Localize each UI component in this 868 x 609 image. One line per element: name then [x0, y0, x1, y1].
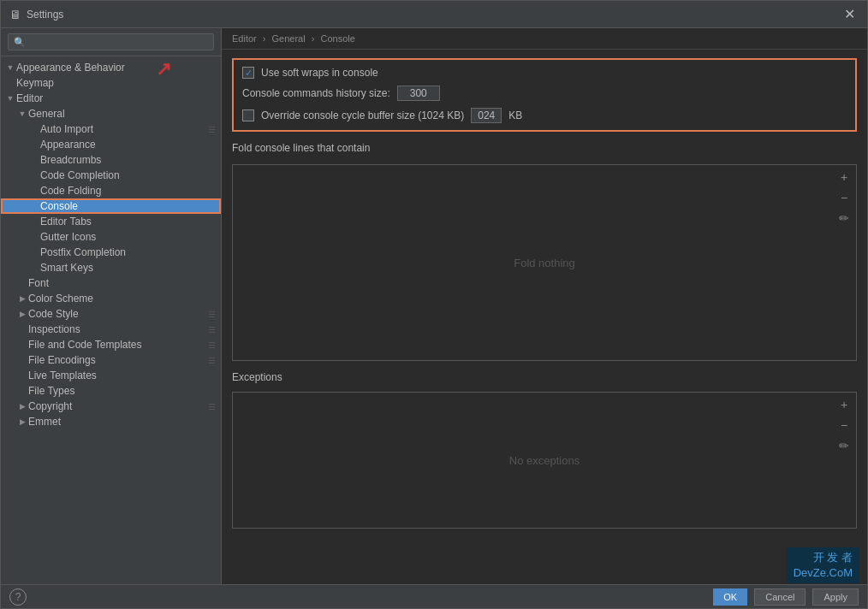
- sidebar-item-inspections[interactable]: Inspections ☰: [1, 322, 221, 337]
- exceptions-area: No exceptions + − ✏: [232, 392, 857, 529]
- sidebar-item-label: General: [28, 108, 65, 120]
- sidebar-item-label: Live Templates: [28, 370, 97, 381]
- apply-button[interactable]: Apply: [812, 588, 859, 606]
- settings-panel: Use soft wraps in console Console comman…: [222, 50, 867, 584]
- sidebar-item-general[interactable]: ▼ General: [1, 106, 221, 121]
- sidebar-item-font[interactable]: Font: [1, 275, 221, 291]
- search-input[interactable]: [8, 33, 214, 50]
- sidebar-item-label: Color Scheme: [28, 293, 93, 304]
- sidebar-item-label: Breadcrumbs: [40, 154, 101, 166]
- config-icon: ☰: [205, 354, 217, 366]
- ok-button[interactable]: OK: [713, 588, 747, 606]
- sidebar-item-label: Code Folding: [40, 185, 101, 197]
- sidebar-item-label: Console: [40, 200, 78, 212]
- cancel-button[interactable]: Cancel: [754, 588, 806, 606]
- window-icon: 🖥: [9, 8, 21, 21]
- bottom-right: OK Cancel Apply: [713, 588, 859, 606]
- fold-area: Fold nothing + − ✏: [232, 164, 857, 361]
- sidebar-item-code-completion[interactable]: Code Completion: [1, 168, 221, 183]
- breadcrumb-sep2: ›: [312, 33, 318, 44]
- sidebar-item-label: Code Completion: [40, 169, 120, 181]
- exceptions-label: Exceptions: [232, 371, 857, 383]
- sidebar-item-label: Keymap: [16, 77, 54, 89]
- expand-arrow: ▶: [16, 293, 28, 304]
- sidebar-item-code-folding[interactable]: Code Folding: [1, 183, 221, 198]
- sidebar-item-file-code-templates[interactable]: File and Code Templates ☰: [1, 337, 221, 352]
- exceptions-empty-text: No exceptions: [509, 454, 580, 467]
- breadcrumb-sep1: ›: [263, 33, 269, 44]
- sidebar-item-label: Copyright: [28, 400, 72, 412]
- sidebar-item-appearance-behavior[interactable]: ▼ Appearance & Behavior: [1, 60, 221, 75]
- sidebar-tree: ▼ Appearance & Behavior Keymap ▼ Editor …: [1, 56, 221, 584]
- content-area: Editor › General › Console Use soft wrap…: [222, 28, 867, 584]
- sidebar-item-file-types[interactable]: File Types: [1, 383, 221, 399]
- sidebar-item-auto-import[interactable]: Auto Import ☰: [1, 121, 221, 137]
- highlight-section: Use soft wraps in console Console comman…: [232, 58, 857, 132]
- sidebar-item-label: Gutter Icons: [40, 231, 96, 243]
- watermark-line1: 开 发 者: [794, 550, 853, 565]
- history-size-row: Console commands history size:: [242, 86, 847, 101]
- sidebar-item-label: File and Code Templates: [28, 339, 142, 351]
- sidebar-item-label: File Types: [28, 385, 74, 397]
- sidebar-item-postfix-completion[interactable]: Postfix Completion: [1, 245, 221, 260]
- sidebar-item-label: Smart Keys: [40, 262, 93, 274]
- exceptions-add-button[interactable]: +: [835, 396, 853, 413]
- sidebar-item-live-templates[interactable]: Live Templates: [1, 368, 221, 383]
- fold-section-label: Fold console lines that contain: [232, 142, 370, 154]
- sidebar-item-label: Editor Tabs: [40, 216, 92, 228]
- fold-add-button[interactable]: +: [835, 169, 853, 186]
- override-value-input[interactable]: [471, 108, 502, 123]
- soft-wraps-label: Use soft wraps in console: [261, 67, 378, 79]
- sidebar-item-smart-keys[interactable]: Smart Keys: [1, 260, 221, 275]
- sidebar-item-label: Font: [28, 277, 49, 289]
- close-button[interactable]: ✕: [841, 6, 859, 23]
- sidebar-item-editor[interactable]: ▼ Editor: [1, 91, 221, 106]
- history-size-input[interactable]: [397, 86, 440, 101]
- exceptions-actions: + − ✏: [835, 396, 853, 454]
- exceptions-edit-button[interactable]: ✏: [835, 437, 853, 454]
- sidebar-item-console[interactable]: Console: [1, 198, 221, 214]
- override-checkbox[interactable]: [242, 109, 254, 121]
- fold-label-row: Fold console lines that contain: [232, 142, 857, 154]
- expand-arrow: ▼: [4, 92, 16, 104]
- help-button[interactable]: ?: [9, 588, 27, 606]
- config-icon: ☰: [205, 339, 217, 351]
- expand-arrow: ▶: [16, 400, 28, 412]
- sidebar-item-label: Emmet: [28, 416, 61, 428]
- sidebar-item-editor-tabs[interactable]: Editor Tabs: [1, 214, 221, 229]
- search-bar: [1, 28, 221, 56]
- fold-remove-button[interactable]: −: [835, 189, 853, 206]
- window-title: Settings: [27, 9, 63, 21]
- exceptions-remove-button[interactable]: −: [835, 417, 853, 434]
- sidebar-item-gutter-icons[interactable]: Gutter Icons: [1, 229, 221, 245]
- sidebar-item-code-style[interactable]: ▶ Code Style ☰: [1, 306, 221, 322]
- sidebar-item-copyright[interactable]: ▶ Copyright ☰: [1, 399, 221, 414]
- soft-wraps-row: Use soft wraps in console: [242, 67, 847, 79]
- exceptions-section: Exceptions No exceptions + − ✏: [232, 371, 857, 529]
- breadcrumb-editor: Editor: [232, 33, 257, 44]
- watermark-badge: 开 发 者 DevZe.CoM: [787, 547, 859, 583]
- expand-arrow: ▼: [16, 108, 28, 120]
- fold-empty-text: Fold nothing: [514, 257, 575, 269]
- breadcrumb: Editor › General › Console: [222, 28, 867, 50]
- sidebar-item-label: Editor: [16, 92, 43, 104]
- title-bar: 🖥 Settings ✕: [1, 1, 867, 28]
- sidebar-item-label: Code Style: [28, 308, 79, 320]
- sidebar-item-label: Appearance: [40, 139, 96, 151]
- expand-arrow: ▶: [16, 308, 28, 320]
- sidebar-item-emmet[interactable]: ▶ Emmet: [1, 414, 221, 429]
- override-unit-label: KB: [508, 109, 522, 121]
- sidebar-item-keymap[interactable]: Keymap: [1, 75, 221, 91]
- title-bar-left: 🖥 Settings: [9, 8, 63, 21]
- sidebar-item-file-encodings[interactable]: File Encodings ☰: [1, 352, 221, 368]
- fold-edit-button[interactable]: ✏: [835, 210, 853, 227]
- sidebar-item-label: Auto Import: [40, 123, 93, 135]
- sidebar-item-appearance[interactable]: Appearance: [1, 137, 221, 152]
- sidebar-item-color-scheme[interactable]: ▶ Color Scheme: [1, 291, 221, 306]
- settings-window: 🖥 Settings ✕ ▼ Appearance & Behavior Key…: [0, 0, 868, 609]
- sidebar-item-label: File Encodings: [28, 354, 96, 366]
- config-icon: ☰: [205, 323, 217, 335]
- soft-wraps-checkbox[interactable]: [242, 67, 254, 79]
- sidebar-item-label: Postfix Completion: [40, 246, 126, 258]
- sidebar-item-breadcrumbs[interactable]: Breadcrumbs: [1, 152, 221, 168]
